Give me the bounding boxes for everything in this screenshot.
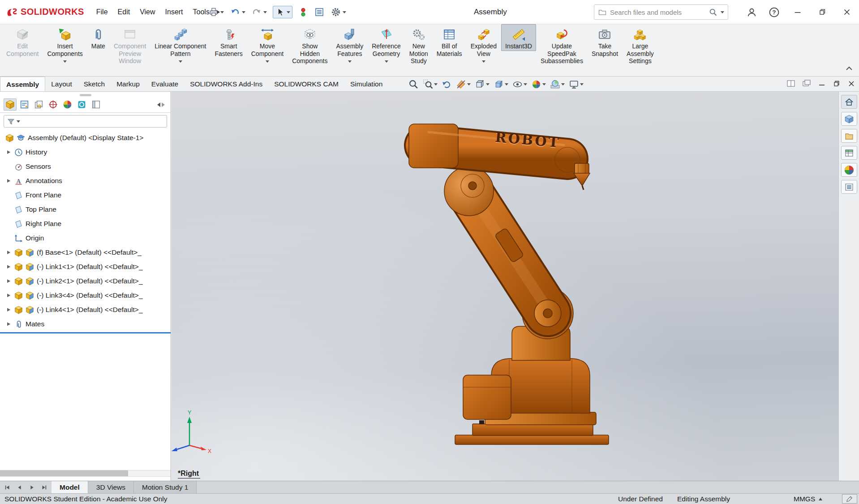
dropdown-caret[interactable]: [434, 83, 438, 87]
tree-item-top-plane[interactable]: Top Plane: [0, 202, 171, 217]
expander-icon[interactable]: [4, 294, 14, 297]
file-explorer-icon[interactable]: [841, 129, 857, 143]
tree-item-front-plane[interactable]: Front Plane: [0, 188, 171, 202]
ribbon-collapse-chevron-icon[interactable]: [846, 65, 853, 73]
menu-insert[interactable]: Insert: [160, 5, 188, 19]
propertymanager-tab-icon[interactable]: [18, 98, 31, 111]
ribbon-button-new-motion-study[interactable]: New Motion Study: [405, 24, 432, 66]
ribbon-button-component-preview-window[interactable]: Component Preview Window: [110, 24, 150, 66]
ribbon-button-reference-geometry[interactable]: Reference Geometry: [368, 24, 405, 65]
apply-scene-icon[interactable]: [550, 79, 565, 90]
tree-selection-bar[interactable]: [0, 332, 171, 333]
graphics-viewport[interactable]: ROBOT ROBOT Y X Z *Right: [172, 92, 859, 481]
tree-item-annotations[interactable]: Annotations: [0, 174, 171, 188]
next-tab-icon[interactable]: [26, 483, 37, 492]
ribbon-button-smart-fasteners[interactable]: Smart Fasteners: [210, 24, 246, 58]
dropdown-caret[interactable]: [242, 11, 245, 15]
select-tool-button[interactable]: [273, 6, 292, 18]
search-icon[interactable]: [709, 8, 717, 17]
view-settings-icon[interactable]: [569, 79, 584, 90]
account-button[interactable]: [740, 0, 763, 24]
options-button[interactable]: [331, 7, 346, 17]
dropdown-caret[interactable]: [467, 83, 471, 87]
task-list-button[interactable]: [314, 7, 325, 17]
expander-icon[interactable]: [4, 265, 14, 269]
pane-split-icon[interactable]: [786, 79, 795, 90]
last-tab-icon[interactable]: [39, 483, 49, 492]
tab-sketch[interactable]: Sketch: [78, 77, 111, 91]
tree-item-link3[interactable]: (-) Link3<4> (Default) <<Default>_: [0, 288, 171, 303]
dropdown-caret[interactable]: [486, 83, 490, 87]
tabs-scroll-left-icon[interactable]: [155, 103, 160, 107]
status-lights-button[interactable]: [298, 7, 308, 17]
dropdown-caret[interactable]: [721, 11, 724, 15]
tab-layout[interactable]: Layout: [45, 77, 78, 91]
doc-tab-motion-study[interactable]: Motion Study 1: [134, 481, 197, 493]
view-orientation-icon[interactable]: [475, 79, 490, 90]
ribbon-button-update-speedpak[interactable]: Update SpeedPak Subassemblies: [537, 24, 587, 66]
search-input[interactable]: [610, 9, 706, 16]
dropdown-caret[interactable]: [17, 120, 20, 124]
display-style-icon[interactable]: [494, 79, 508, 90]
dropdown-caret[interactable]: [220, 11, 224, 15]
tree-item-origin[interactable]: Origin: [0, 231, 171, 245]
tree-item-link2[interactable]: (-) Link2<1> (Default) <<Default>_: [0, 274, 171, 288]
tab-solidworks-cam[interactable]: SOLIDWORKS CAM: [268, 77, 344, 91]
cam-tree-tab-icon[interactable]: [75, 98, 88, 111]
units-selector[interactable]: MMGS: [794, 494, 822, 504]
ribbon-button-exploded-view[interactable]: Exploded View: [467, 24, 501, 65]
appearances-icon[interactable]: [841, 163, 857, 177]
print-button[interactable]: [208, 7, 224, 17]
tab-solidworks-add-ins[interactable]: SOLIDWORKS Add-Ins: [184, 77, 268, 91]
dropdown-caret[interactable]: [542, 83, 546, 87]
dropdown-caret[interactable]: [524, 83, 527, 87]
ribbon-button-mate[interactable]: Mate: [87, 24, 109, 51]
dropdown-caret[interactable]: [343, 11, 346, 15]
panel-grip-handle[interactable]: [80, 94, 91, 96]
dropdown-caret[interactable]: [580, 83, 584, 87]
expander-icon[interactable]: [4, 179, 14, 183]
ribbon-button-move-component[interactable]: Move Component: [247, 24, 288, 65]
tree-item-history[interactable]: History: [0, 145, 171, 159]
expander-icon[interactable]: [4, 150, 14, 154]
ribbon-button-instant3d[interactable]: Instant3D: [501, 24, 536, 51]
menu-view[interactable]: View: [135, 5, 160, 19]
zoom-area-icon[interactable]: [423, 79, 438, 90]
hide-show-items-icon[interactable]: [512, 79, 527, 90]
tree-item-assembly-root[interactable]: Assembly (Default) <Display State-1>: [0, 131, 171, 145]
tree-item-right-plane[interactable]: Right Plane: [0, 217, 171, 231]
ribbon-button-assembly-features[interactable]: Assembly Features: [332, 24, 368, 65]
dropdown-caret[interactable]: [179, 60, 182, 64]
zoom-fit-icon[interactable]: [408, 79, 419, 90]
tree-item-sensors[interactable]: Sensors: [0, 159, 171, 174]
displaymanager-tab-icon[interactable]: [61, 98, 74, 111]
ribbon-button-large-assembly-settings[interactable]: Large Assembly Settings: [623, 24, 658, 66]
dropdown-caret[interactable]: [266, 60, 269, 64]
tree-filter-input[interactable]: [4, 115, 167, 128]
minimize-button[interactable]: [785, 0, 810, 24]
doc-restore-icon[interactable]: [833, 80, 841, 89]
custom-properties-icon[interactable]: [841, 146, 857, 160]
extra-pane-tab-icon[interactable]: [90, 98, 103, 111]
edit-status-icon[interactable]: [842, 494, 857, 504]
tabs-scroll-right-icon[interactable]: [162, 103, 167, 107]
undo-button[interactable]: [230, 7, 245, 17]
section-view-icon[interactable]: [456, 79, 471, 90]
prev-tab-icon[interactable]: [14, 483, 25, 492]
search-box[interactable]: [594, 4, 728, 20]
featuremanager-tab-icon[interactable]: [4, 98, 17, 111]
ribbon-button-take-snapshot[interactable]: Take Snapshot: [588, 24, 622, 58]
ribbon-button-linear-component-pattern[interactable]: Linear Component Pattern: [150, 24, 210, 65]
menu-edit[interactable]: Edit: [113, 5, 135, 19]
tree-item-link4[interactable]: (-) Link4<1> (Default) <<Default>_: [0, 303, 171, 317]
maximize-button[interactable]: [810, 0, 834, 24]
ribbon-button-edit-component[interactable]: Edit Component: [2, 24, 43, 58]
dropdown-caret[interactable]: [482, 60, 485, 64]
tree-item-mates[interactable]: Mates: [0, 317, 171, 331]
tree-item-base[interactable]: (f) Base<1> (Default) <<Default>_: [0, 245, 171, 260]
task-pane-icon[interactable]: [841, 180, 857, 194]
expander-icon[interactable]: [4, 308, 14, 312]
dropdown-caret[interactable]: [348, 60, 352, 64]
help-button[interactable]: ?: [763, 0, 785, 24]
close-button[interactable]: [834, 0, 859, 24]
